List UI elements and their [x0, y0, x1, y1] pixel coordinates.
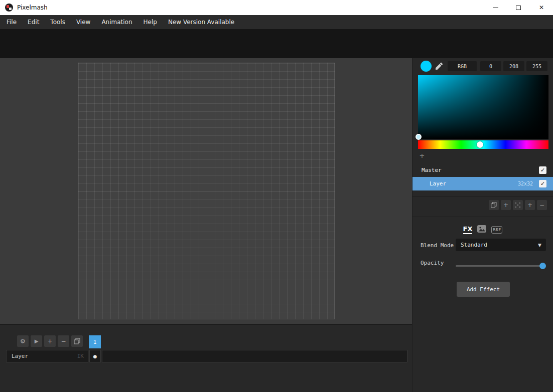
layer-size-label: 32x32	[518, 181, 533, 186]
sv-picker-handle[interactable]	[416, 134, 422, 140]
green-value-field[interactable]: 208	[503, 61, 524, 71]
plus-icon: +	[527, 202, 532, 209]
right-panel: RGB 0 208 255 + Master ✓ Layer 32x32 ✓	[412, 58, 553, 392]
opacity-slider-knob[interactable]	[539, 263, 546, 269]
image-icon	[477, 225, 487, 233]
add-swatch-button[interactable]: +	[418, 151, 426, 159]
layer-actions-row: + + −	[489, 200, 547, 210]
frame-tab-1[interactable]: 1	[89, 335, 101, 348]
layer-detail-tabs: FX REF	[412, 224, 553, 236]
remove-frame-button[interactable]: −	[58, 335, 69, 347]
timeline-layer-name: Layer	[12, 353, 28, 359]
menu-new-version[interactable]: New Version Available	[163, 15, 240, 29]
menu-animation[interactable]: Animation	[96, 15, 137, 29]
minus-icon: −	[61, 338, 66, 345]
blend-mode-label: Blend Mode	[421, 242, 454, 249]
minimize-icon	[493, 8, 498, 8]
add-frame-button[interactable]: +	[44, 335, 56, 347]
layer-name: Layer	[430, 180, 446, 187]
hue-slider-handle[interactable]	[477, 141, 483, 148]
timeline-layer-row[interactable]: Layer IK	[6, 350, 88, 362]
duplicate-icon	[74, 338, 80, 344]
hue-slider[interactable]	[418, 140, 548, 149]
delete-layer-button[interactable]: −	[537, 200, 547, 210]
saturation-value-picker[interactable]	[418, 75, 548, 139]
add-group-button[interactable]: +	[525, 200, 535, 210]
gear-icon: ⚙	[20, 338, 26, 345]
duplicate-layer-button[interactable]	[489, 200, 499, 210]
tab-fx[interactable]: FX	[463, 225, 473, 234]
layer-visibility-checkbox[interactable]: ✓	[539, 180, 546, 187]
master-layer-row[interactable]: Master ✓	[412, 163, 553, 177]
tab-image[interactable]	[477, 225, 487, 235]
red-value-field[interactable]: 0	[480, 61, 501, 71]
plus-icon: +	[47, 338, 52, 345]
opacity-slider-track[interactable]	[456, 265, 546, 267]
window-controls: ✕	[484, 0, 553, 15]
add-layer-button[interactable]: +	[501, 200, 511, 210]
titlebar: Pixelmash ✕	[0, 0, 553, 15]
timeline-track[interactable]	[102, 350, 407, 362]
play-icon: ▶	[35, 338, 39, 344]
add-effect-button[interactable]: Add Effect	[457, 282, 510, 297]
timeline-keyframe-cell[interactable]: ●	[89, 350, 101, 362]
divider	[412, 196, 553, 197]
close-button[interactable]: ✕	[530, 0, 553, 15]
master-layer-name: Master	[422, 167, 442, 173]
minus-icon: −	[539, 202, 544, 209]
menu-view[interactable]: View	[71, 15, 96, 29]
grid-center-line-horizontal	[78, 191, 335, 192]
animation-panel: ⚙ ▶ + − 1 Layer IK ●	[0, 324, 412, 392]
timeline-layer-tag: IK	[77, 353, 84, 359]
keyframe-dot-icon: ●	[93, 354, 97, 359]
app-window: Pixelmash ✕ File Edit Tools View Animati…	[0, 0, 553, 392]
menu-file[interactable]: File	[1, 15, 22, 29]
current-color-swatch[interactable]	[421, 61, 432, 72]
maximize-icon	[516, 6, 521, 10]
menu-help[interactable]: Help	[138, 15, 163, 29]
eyedropper-button[interactable]	[434, 61, 444, 71]
pixel-canvas[interactable]	[78, 63, 335, 319]
menu-edit[interactable]: Edit	[22, 15, 45, 29]
chevron-down-icon: ▼	[538, 243, 541, 248]
check-icon: ✓	[540, 180, 545, 187]
master-visibility-checkbox[interactable]: ✓	[539, 166, 546, 174]
window-title: Pixelmash	[17, 4, 48, 11]
menu-tools[interactable]: Tools	[45, 15, 71, 29]
eyedropper-icon	[434, 61, 444, 71]
animation-settings-button[interactable]: ⚙	[17, 335, 29, 347]
check-icon: ✓	[540, 167, 545, 173]
duplicate-frame-button[interactable]	[71, 335, 83, 347]
maximize-button[interactable]	[507, 0, 530, 15]
duplicate-icon	[491, 202, 497, 208]
close-icon: ✕	[539, 4, 544, 11]
minimize-button[interactable]	[484, 0, 507, 15]
blend-mode-value: Standard	[461, 242, 487, 248]
opacity-label: Opacity	[421, 260, 444, 266]
play-button[interactable]: ▶	[31, 335, 42, 347]
canvas-area	[0, 58, 412, 324]
opacity-slider[interactable]	[456, 261, 546, 270]
tab-ref[interactable]: REF	[491, 226, 502, 234]
blue-value-field[interactable]: 255	[526, 61, 547, 71]
transform-dots-icon	[515, 202, 521, 208]
app-logo-icon	[5, 4, 13, 12]
toolbar: 32 x 32	[0, 29, 553, 58]
plus-icon: +	[503, 202, 508, 209]
color-mode-button[interactable]: RGB	[448, 61, 477, 71]
divider	[412, 217, 553, 217]
menubar: File Edit Tools View Animation Help New …	[0, 15, 553, 29]
layer-transform-button[interactable]	[513, 200, 523, 210]
layer-row-selected[interactable]: Layer 32x32 ✓	[412, 177, 553, 190]
blend-mode-dropdown[interactable]: Standard ▼	[456, 239, 546, 251]
